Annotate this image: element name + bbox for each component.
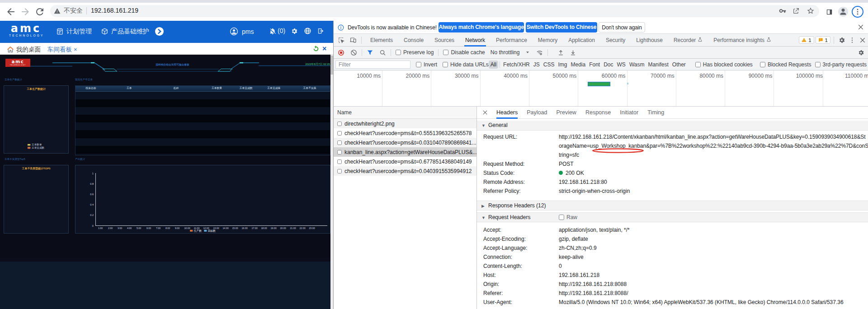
raw-toggle[interactable]: Raw bbox=[559, 214, 577, 220]
request-row[interactable]: checkHeart?usercode=pms&t=0.040391553599… bbox=[334, 166, 476, 176]
invert-checkbox-box[interactable] bbox=[416, 62, 421, 67]
request-headers-section-header[interactable]: ▼Request Headers bbox=[477, 212, 868, 222]
general-section-header[interactable]: ▼General bbox=[477, 121, 868, 131]
settings-gear-icon[interactable] bbox=[291, 28, 298, 35]
filter-chip-font[interactable]: Font bbox=[587, 61, 602, 69]
switch-devtools-chinese-button[interactable]: Switch DevTools to Chinese bbox=[526, 22, 597, 33]
devtools-tab-lighthouse[interactable]: Lighthouse bbox=[631, 34, 668, 47]
filter-chip-media[interactable]: Media bbox=[569, 61, 587, 69]
third-party-requests-checkbox-box[interactable] bbox=[815, 62, 821, 67]
infobar-close-icon[interactable] bbox=[857, 23, 864, 31]
devtools-tab-memory[interactable]: Memory bbox=[533, 34, 563, 47]
devtools-kebab-menu-icon[interactable] bbox=[849, 37, 856, 44]
devtools-tab-application[interactable]: Application bbox=[563, 34, 600, 47]
menu-expand-arrow-icon[interactable] bbox=[155, 27, 164, 36]
tab-workshop-kanban[interactable]: 车间看板× bbox=[47, 46, 77, 54]
request-row[interactable]: checkHeart?usercode=pms&t=0.031040789086… bbox=[334, 138, 476, 147]
network-overview-timeline[interactable]: 10000 ms20000 ms30000 ms40000 ms50000 ms… bbox=[334, 70, 868, 107]
request-row[interactable]: kanban_line.aspx?action=getWareHouseData… bbox=[334, 147, 476, 157]
password-key-icon[interactable] bbox=[779, 7, 786, 14]
tab-close-x-icon[interactable]: × bbox=[74, 46, 77, 53]
issues-badge[interactable]: 1 bbox=[816, 36, 830, 44]
always-match-language-button[interactable]: Always match Chrome's language bbox=[439, 22, 524, 33]
blocked-requests-checkbox-box[interactable] bbox=[760, 62, 765, 67]
profile-avatar[interactable] bbox=[838, 7, 848, 17]
filter-chip-js[interactable]: JS bbox=[532, 61, 542, 69]
devtools-tab-elements[interactable]: Elements bbox=[365, 34, 398, 47]
filter-chip-other[interactable]: Other bbox=[670, 61, 688, 69]
tab-my-desktop[interactable]: 我的桌面 bbox=[7, 46, 41, 54]
request-row-checkbox[interactable] bbox=[337, 140, 342, 145]
refresh-icon[interactable] bbox=[312, 45, 320, 52]
blocked-requests-checkbox[interactable]: Blocked Requests bbox=[760, 61, 811, 68]
request-row-checkbox[interactable] bbox=[337, 150, 342, 154]
language-globe-icon[interactable] bbox=[304, 27, 311, 35]
inspect-element-icon[interactable] bbox=[338, 37, 345, 44]
filter-chip-all[interactable]: All bbox=[489, 61, 498, 69]
notification-count[interactable]: (0) bbox=[278, 27, 285, 34]
menu-plan-management[interactable]: 计划管理 bbox=[56, 21, 92, 42]
notifications-bell-icon[interactable] bbox=[269, 28, 276, 35]
bookmark-star-icon[interactable] bbox=[807, 7, 814, 14]
logout-exit-icon[interactable] bbox=[317, 28, 324, 34]
devtools-settings-gear-icon[interactable] bbox=[838, 37, 845, 44]
request-row[interactable]: directwhiteright2.png bbox=[334, 119, 476, 128]
details-tab-headers[interactable]: Headers bbox=[492, 107, 522, 119]
has-blocked-cookies-checkbox-box[interactable] bbox=[695, 62, 701, 67]
import-har-icon[interactable] bbox=[557, 49, 564, 56]
request-row-checkbox[interactable] bbox=[337, 159, 342, 164]
side-panel-icon[interactable] bbox=[826, 9, 833, 15]
details-tab-initiator[interactable]: Initiator bbox=[615, 107, 643, 119]
network-conditions-icon[interactable] bbox=[536, 49, 543, 56]
search-icon[interactable] bbox=[379, 49, 386, 56]
details-close-icon[interactable] bbox=[482, 109, 488, 116]
reload-icon[interactable] bbox=[34, 6, 45, 17]
preserve-log-checkbox-box[interactable] bbox=[396, 50, 401, 55]
filter-chip-fetch-xhr[interactable]: Fetch/XHR bbox=[501, 61, 532, 69]
preserve-log-checkbox[interactable]: Preserve log bbox=[396, 49, 434, 56]
devtools-tab-sources[interactable]: Sources bbox=[429, 34, 460, 47]
network-settings-gear-icon[interactable] bbox=[858, 49, 864, 56]
security-label[interactable]: 不安全 bbox=[64, 7, 83, 15]
has-blocked-cookies-checkbox[interactable]: Has blocked cookies bbox=[695, 61, 753, 68]
filter-chip-css[interactable]: CSS bbox=[542, 61, 557, 69]
chrome-menu-kebab-icon[interactable] bbox=[852, 6, 863, 18]
export-har-icon[interactable] bbox=[570, 49, 576, 56]
devtools-tab-security[interactable]: Security bbox=[600, 34, 631, 47]
dont-show-again-button[interactable]: Don't show again bbox=[599, 22, 645, 33]
details-tab-payload[interactable]: Payload bbox=[522, 107, 552, 119]
filter-input[interactable]: Filter bbox=[335, 61, 410, 69]
response-headers-section-header[interactable]: ▶Response Headers (12) bbox=[477, 201, 868, 211]
invert-checkbox[interactable]: Invert bbox=[416, 61, 437, 68]
clear-network-log-icon[interactable] bbox=[350, 49, 357, 56]
request-row[interactable]: checkHeart?usercode=pms&t=0.555139632526… bbox=[334, 128, 476, 138]
hide-data-urls-checkbox[interactable]: Hide data URLs bbox=[443, 61, 489, 68]
disable-cache-checkbox[interactable]: Disable cache bbox=[443, 49, 485, 56]
back-icon[interactable] bbox=[5, 6, 16, 17]
details-tab-preview[interactable]: Preview bbox=[552, 107, 580, 119]
filter-chip-img[interactable]: Img bbox=[556, 61, 569, 69]
details-tab-response[interactable]: Response bbox=[581, 107, 615, 119]
warnings-badge[interactable]: 1 bbox=[799, 36, 814, 44]
menu-product-maintenance[interactable]: 产品基础维护 bbox=[101, 21, 149, 42]
throttling-dropdown-arrow-icon[interactable] bbox=[525, 50, 530, 55]
filter-chip-doc[interactable]: Doc bbox=[602, 61, 615, 69]
amc-logo[interactable]: amc TECHNOLOGY bbox=[9, 23, 43, 37]
hide-data-urls-checkbox-box[interactable] bbox=[443, 62, 448, 67]
details-tab-timing[interactable]: Timing bbox=[643, 107, 669, 119]
device-toolbar-icon[interactable] bbox=[349, 37, 357, 44]
devtools-tab-recorder[interactable]: Recorder bbox=[668, 34, 708, 47]
request-row-checkbox[interactable] bbox=[337, 122, 342, 126]
request-row[interactable]: checkHeart?usercode=pms&t=0.677851436804… bbox=[334, 157, 476, 166]
third-party-requests-checkbox[interactable]: 3rd-party requests bbox=[815, 61, 867, 68]
record-network-log-icon[interactable] bbox=[338, 49, 344, 56]
user-menu[interactable]: pms bbox=[230, 21, 254, 42]
devtools-tab-network[interactable]: Network bbox=[460, 34, 491, 47]
address-bar[interactable]: 不安全 192.168.161.219 bbox=[50, 5, 819, 17]
request-row-checkbox[interactable] bbox=[337, 131, 342, 136]
forward-icon[interactable] bbox=[20, 6, 31, 17]
devtools-tab-performance[interactable]: Performance bbox=[491, 34, 533, 47]
devtools-tab-console[interactable]: Console bbox=[398, 34, 429, 47]
devtools-tab-performance-insights[interactable]: Performance insights bbox=[708, 34, 777, 47]
filter-chip-wasm[interactable]: Wasm bbox=[627, 61, 646, 69]
